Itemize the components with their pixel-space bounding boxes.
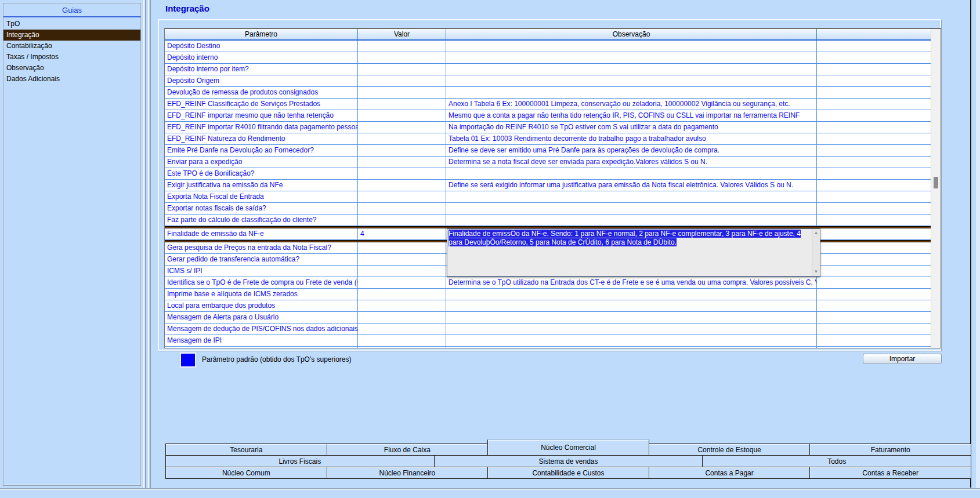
grid-cell[interactable] (446, 203, 817, 214)
grid-cell[interactable] (817, 99, 931, 110)
grid-cell[interactable] (358, 180, 446, 191)
grid-row-imprime-base-e-al-quota-de-icms-zerados[interactable]: Imprime base e alíquota de ICMS zerados (165, 289, 941, 300)
grid-cell[interactable] (817, 312, 931, 323)
tab-n-cleo-comercial[interactable]: Núcleo Comercial (487, 439, 649, 456)
grid-cell[interactable] (817, 75, 931, 86)
grid-cell[interactable] (358, 335, 446, 346)
grid-cell[interactable]: Depósito Origem (165, 75, 358, 86)
grid-cell[interactable] (358, 157, 446, 168)
grid-row-efd-reinf-importar-mesmo-que-n-o-tenha-reten-o[interactable]: EFD_REINF importar mesmo que não tenha r… (165, 110, 941, 122)
splitter-bar[interactable] (148, 0, 151, 488)
grid-cell[interactable] (446, 87, 817, 98)
sidebar-item-taxas-impostos[interactable]: Taxas / Impostos (3, 52, 140, 63)
tab-contas-a-receber[interactable]: Contas a Receber (809, 467, 971, 479)
grid-cell[interactable]: Faz parte do cálculo de classificação do… (165, 215, 358, 226)
grid-cell[interactable] (817, 266, 931, 277)
grid-cell[interactable]: EFD_REINF Classificação de Serviços Pres… (165, 99, 358, 110)
tab-fluxo-de-caixa[interactable]: Fluxo de Caixa (327, 444, 489, 456)
import-button[interactable]: Importar (863, 354, 942, 364)
grid-cell[interactable]: Define se deve ser emitido uma Pré Danfe… (446, 145, 817, 156)
grid-cell[interactable] (446, 312, 817, 323)
grid-cell[interactable] (817, 180, 931, 191)
grid-cell[interactable] (446, 335, 817, 346)
grid-cell[interactable]: Gerar pedido de transferencia automática… (165, 254, 358, 265)
tab-contas-a-pagar[interactable]: Contas a Pagar (649, 467, 811, 479)
grid-row-mensagem-de-dedu-o-de-pis-cofins-nos-dados-adicionais-da[interactable]: Mensagem de dedução de PIS/COFINS nos da… (165, 323, 941, 335)
grid-cell[interactable]: EFD_REINF Natureza do Rendimento (165, 133, 358, 144)
tab-sistema-de-vendas[interactable]: Sistema de vendas (434, 455, 703, 467)
grid-cell[interactable] (358, 122, 446, 133)
grid-cell[interactable] (817, 191, 931, 202)
grid-cell[interactable] (817, 347, 931, 348)
grid-cell[interactable]: Define se será exigido informar uma just… (446, 180, 817, 191)
grid-cell[interactable] (817, 52, 931, 63)
sidebar-item-contabiliza-o[interactable]: Contabilização (3, 41, 140, 52)
grid-cell[interactable] (358, 266, 446, 277)
grid-cell[interactable] (446, 64, 817, 75)
column-header-extra[interactable] (817, 29, 931, 39)
grid-row-efd-reinf-natureza-do-rendimento[interactable]: EFD_REINF Natureza do RendimentoTabela 0… (165, 133, 941, 145)
grid-cell[interactable]: Emite Pré Danfe na Devolução ao Forneced… (165, 145, 358, 156)
grid-cell[interactable]: Mensagem de IPI (165, 335, 358, 346)
grid-cell[interactable] (817, 133, 931, 144)
grid-row-dep-sito-interno-por-item[interactable]: Depósito interno por item? (165, 64, 941, 75)
grid-cell[interactable] (817, 289, 931, 300)
grid-cell[interactable]: Determina se a nota fiscal deve ser envi… (446, 157, 817, 168)
grid-cell[interactable] (817, 145, 931, 156)
grid-row-identifica-se-o-tpo-de-frete-de-compra-ou-frete-de-venda-c[interactable]: Identifica se o TpO é de Frete de compra… (165, 277, 941, 289)
grid-cell[interactable] (817, 215, 931, 226)
grid-cell[interactable] (817, 64, 931, 75)
tab-faturamento[interactable]: Faturamento (809, 444, 971, 456)
grid-cell[interactable] (358, 254, 446, 265)
grid-cell[interactable] (817, 254, 931, 265)
grid-cell[interactable]: 4 (358, 228, 446, 239)
grid-cell[interactable]: Este TPO é de Bonificação? (165, 168, 358, 179)
grid-cell[interactable] (817, 41, 931, 52)
grid-cell[interactable] (817, 228, 931, 239)
grid-cell[interactable]: Mensagem de dedução de PIS/COFINS nos da… (165, 323, 358, 335)
scroll-down-icon[interactable]: ▼ (812, 268, 820, 275)
grid-cell[interactable] (358, 41, 446, 52)
grid-row-exigir-justificativa-na-emiss-o-da-nfe[interactable]: Exigir justificativa na emissão da NFeDe… (165, 180, 941, 191)
grid-cell[interactable]: Mesmo que a conta a pagar não tenha tido… (446, 110, 817, 121)
grid-cell[interactable] (446, 323, 817, 335)
grid-cell[interactable] (358, 347, 446, 348)
grid-cell[interactable] (358, 312, 446, 323)
scroll-up-icon[interactable]: ▲ (812, 230, 820, 237)
grid-cell[interactable] (446, 289, 817, 300)
grid-row-dep-sito-destino[interactable]: Depósito Destino (165, 41, 941, 52)
grid-cell[interactable] (817, 242, 931, 253)
grid-cell[interactable] (358, 215, 446, 226)
sidebar-item-dados-adicionais[interactable]: Dados Adicionais (3, 74, 140, 85)
grid-cell[interactable] (358, 75, 446, 86)
grid-row-efd-reinf-classifica-o-de-servi-os-prestados[interactable]: EFD_REINF Classificação de Serviços Pres… (165, 99, 941, 110)
grid-cell[interactable]: Local para embarque dos produtos (165, 300, 358, 311)
column-header-valor[interactable]: Valor (358, 29, 446, 39)
grid-cell[interactable]: Devolução de remessa de produtos consign… (165, 87, 358, 98)
grid-cell[interactable] (358, 110, 446, 121)
splitter-bar[interactable] (143, 0, 146, 488)
grid-row-mensagem-icms[interactable]: Mensagem ICMS (165, 347, 941, 348)
grid-cell[interactable]: Anexo I Tabela 6 Ex: 100000001 Limpeza, … (446, 99, 817, 110)
grid-cell[interactable] (817, 157, 931, 168)
grid-row-exporta-nota-fiscal-de-entrada[interactable]: Exporta Nota Fiscal de Entrada (165, 191, 941, 203)
column-header-observa-o[interactable]: Observação (446, 29, 817, 39)
grid-cell[interactable]: Exigir justificativa na emissão da NFe (165, 180, 358, 191)
grid-cell[interactable] (817, 122, 931, 133)
grid-vertical-scrollbar[interactable] (931, 29, 941, 348)
grid-cell[interactable]: Depósito interno por item? (165, 64, 358, 75)
grid-cell[interactable] (358, 300, 446, 311)
scrollbar-thumb[interactable] (934, 177, 938, 188)
grid-cell[interactable]: Mensagem de Alerta para o Usuário (165, 312, 358, 323)
grid-cell[interactable]: Mensagem ICMS (165, 347, 358, 348)
observacao-editor-popup[interactable]: Finalidade de emissÒo da NF-e. Sendo: 1 … (447, 228, 820, 277)
grid-row-dep-sito-origem[interactable]: Depósito Origem (165, 75, 941, 87)
grid-cell[interactable] (817, 168, 931, 179)
tab-todos[interactable]: Todos (702, 455, 971, 467)
grid-row-faz-parte-do-c-lculo-de-classifica-o-do-cliente[interactable]: Faz parte do cálculo de classificação do… (165, 215, 941, 226)
grid-cell[interactable] (817, 87, 931, 98)
grid-row-mensagem-de-ipi[interactable]: Mensagem de IPI (165, 335, 941, 347)
grid-cell[interactable] (817, 277, 931, 288)
grid-row-local-para-embarque-dos-produtos[interactable]: Local para embarque dos produtos (165, 300, 941, 312)
grid-cell[interactable] (446, 75, 817, 86)
